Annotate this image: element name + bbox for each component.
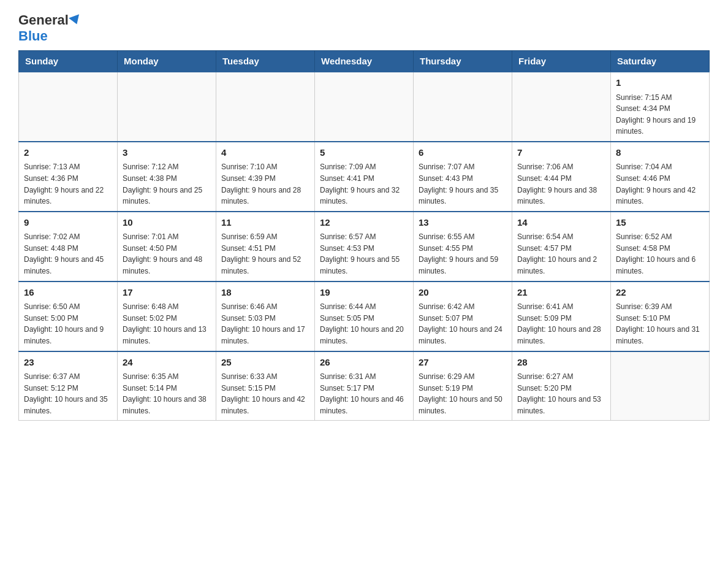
day-info: Sunrise: 7:06 AMSunset: 4:44 PMDaylight:…	[517, 161, 605, 207]
day-info: Sunrise: 6:50 AMSunset: 5:00 PMDaylight:…	[24, 301, 112, 347]
day-number: 16	[24, 286, 112, 300]
calendar-header-sunday: Sunday	[19, 51, 118, 72]
day-number: 18	[221, 286, 309, 300]
day-number: 13	[419, 216, 507, 230]
day-info: Sunrise: 6:41 AMSunset: 5:09 PMDaylight:…	[517, 301, 605, 347]
logo: General Blue	[18, 12, 81, 44]
calendar-header-thursday: Thursday	[414, 51, 512, 72]
day-number: 25	[221, 356, 309, 370]
day-info: Sunrise: 7:07 AMSunset: 4:43 PMDaylight:…	[419, 161, 507, 207]
calendar-cell	[611, 351, 710, 421]
day-info: Sunrise: 6:57 AMSunset: 4:53 PMDaylight:…	[320, 231, 408, 277]
logo-blue-text: Blue	[18, 28, 48, 44]
calendar-header-monday: Monday	[118, 51, 216, 72]
calendar-cell: 12Sunrise: 6:57 AMSunset: 4:53 PMDayligh…	[315, 212, 414, 282]
calendar-week-row: 2Sunrise: 7:13 AMSunset: 4:36 PMDaylight…	[19, 142, 710, 212]
day-info: Sunrise: 6:44 AMSunset: 5:05 PMDaylight:…	[320, 301, 408, 347]
day-number: 5	[320, 146, 408, 160]
calendar-cell: 15Sunrise: 6:52 AMSunset: 4:58 PMDayligh…	[611, 212, 710, 282]
day-number: 17	[123, 286, 211, 300]
calendar-cell: 21Sunrise: 6:41 AMSunset: 5:09 PMDayligh…	[512, 282, 611, 351]
calendar-cell: 5Sunrise: 7:09 AMSunset: 4:41 PMDaylight…	[315, 142, 414, 212]
calendar-cell: 2Sunrise: 7:13 AMSunset: 4:36 PMDaylight…	[19, 142, 118, 212]
calendar-cell	[216, 72, 315, 142]
day-info: Sunrise: 6:59 AMSunset: 4:51 PMDaylight:…	[221, 231, 309, 277]
day-number: 27	[419, 356, 507, 370]
calendar-cell: 4Sunrise: 7:10 AMSunset: 4:39 PMDaylight…	[216, 142, 315, 212]
day-number: 2	[24, 146, 112, 160]
day-info: Sunrise: 6:31 AMSunset: 5:17 PMDaylight:…	[320, 371, 408, 416]
day-info: Sunrise: 7:13 AMSunset: 4:36 PMDaylight:…	[24, 161, 112, 207]
calendar-cell	[512, 72, 611, 142]
calendar-cell: 10Sunrise: 7:01 AMSunset: 4:50 PMDayligh…	[118, 212, 216, 282]
calendar-cell: 6Sunrise: 7:07 AMSunset: 4:43 PMDaylight…	[414, 142, 512, 212]
day-info: Sunrise: 6:42 AMSunset: 5:07 PMDaylight:…	[419, 301, 507, 347]
calendar-cell	[19, 72, 118, 142]
day-number: 26	[320, 356, 408, 370]
calendar-cell	[414, 72, 512, 142]
calendar-cell: 27Sunrise: 6:29 AMSunset: 5:19 PMDayligh…	[414, 351, 512, 421]
day-number: 28	[517, 356, 605, 370]
day-number: 24	[123, 356, 211, 370]
day-info: Sunrise: 6:46 AMSunset: 5:03 PMDaylight:…	[221, 301, 309, 347]
day-number: 12	[320, 216, 408, 230]
day-info: Sunrise: 6:37 AMSunset: 5:12 PMDaylight:…	[24, 371, 112, 416]
day-number: 6	[419, 146, 507, 160]
day-number: 3	[123, 146, 211, 160]
day-number: 20	[419, 286, 507, 300]
calendar-cell: 20Sunrise: 6:42 AMSunset: 5:07 PMDayligh…	[414, 282, 512, 351]
day-info: Sunrise: 6:55 AMSunset: 4:55 PMDaylight:…	[419, 231, 507, 277]
logo-triangle-icon	[69, 14, 82, 26]
day-number: 23	[24, 356, 112, 370]
day-info: Sunrise: 7:01 AMSunset: 4:50 PMDaylight:…	[123, 231, 211, 277]
calendar-cell: 1Sunrise: 7:15 AMSunset: 4:34 PMDaylight…	[611, 72, 710, 142]
calendar-cell: 14Sunrise: 6:54 AMSunset: 4:57 PMDayligh…	[512, 212, 611, 282]
day-info: Sunrise: 6:48 AMSunset: 5:02 PMDaylight:…	[123, 301, 211, 347]
day-info: Sunrise: 7:12 AMSunset: 4:38 PMDaylight:…	[123, 161, 211, 207]
calendar-cell: 8Sunrise: 7:04 AMSunset: 4:46 PMDaylight…	[611, 142, 710, 212]
calendar-cell: 25Sunrise: 6:33 AMSunset: 5:15 PMDayligh…	[216, 351, 315, 421]
calendar-week-row: 1Sunrise: 7:15 AMSunset: 4:34 PMDaylight…	[19, 72, 710, 142]
calendar-cell: 22Sunrise: 6:39 AMSunset: 5:10 PMDayligh…	[611, 282, 710, 351]
calendar-cell: 17Sunrise: 6:48 AMSunset: 5:02 PMDayligh…	[118, 282, 216, 351]
calendar-cell: 9Sunrise: 7:02 AMSunset: 4:48 PMDaylight…	[19, 212, 118, 282]
day-number: 4	[221, 146, 309, 160]
day-number: 15	[616, 216, 704, 230]
day-number: 21	[517, 286, 605, 300]
day-info: Sunrise: 6:29 AMSunset: 5:19 PMDaylight:…	[419, 371, 507, 416]
calendar-cell: 23Sunrise: 6:37 AMSunset: 5:12 PMDayligh…	[19, 351, 118, 421]
day-info: Sunrise: 7:09 AMSunset: 4:41 PMDaylight:…	[320, 161, 408, 207]
day-info: Sunrise: 7:04 AMSunset: 4:46 PMDaylight:…	[616, 161, 704, 207]
day-info: Sunrise: 7:10 AMSunset: 4:39 PMDaylight:…	[221, 161, 309, 207]
calendar-header-saturday: Saturday	[611, 51, 710, 72]
day-info: Sunrise: 6:35 AMSunset: 5:14 PMDaylight:…	[123, 371, 211, 416]
calendar-cell: 24Sunrise: 6:35 AMSunset: 5:14 PMDayligh…	[118, 351, 216, 421]
day-info: Sunrise: 6:52 AMSunset: 4:58 PMDaylight:…	[616, 231, 704, 277]
calendar-cell: 13Sunrise: 6:55 AMSunset: 4:55 PMDayligh…	[414, 212, 512, 282]
calendar-table: SundayMondayTuesdayWednesdayThursdayFrid…	[18, 50, 710, 421]
day-info: Sunrise: 7:02 AMSunset: 4:48 PMDaylight:…	[24, 231, 112, 277]
day-info: Sunrise: 6:54 AMSunset: 4:57 PMDaylight:…	[517, 231, 605, 277]
calendar-header-wednesday: Wednesday	[315, 51, 414, 72]
day-number: 14	[517, 216, 605, 230]
day-number: 8	[616, 146, 704, 160]
calendar-cell: 7Sunrise: 7:06 AMSunset: 4:44 PMDaylight…	[512, 142, 611, 212]
day-number: 9	[24, 216, 112, 230]
day-info: Sunrise: 6:27 AMSunset: 5:20 PMDaylight:…	[517, 371, 605, 416]
calendar-cell: 26Sunrise: 6:31 AMSunset: 5:17 PMDayligh…	[315, 351, 414, 421]
day-info: Sunrise: 7:15 AMSunset: 4:34 PMDaylight:…	[616, 92, 704, 137]
calendar-week-row: 23Sunrise: 6:37 AMSunset: 5:12 PMDayligh…	[19, 351, 710, 421]
calendar-week-row: 9Sunrise: 7:02 AMSunset: 4:48 PMDaylight…	[19, 212, 710, 282]
day-number: 7	[517, 146, 605, 160]
calendar-cell	[315, 72, 414, 142]
calendar-week-row: 16Sunrise: 6:50 AMSunset: 5:00 PMDayligh…	[19, 282, 710, 351]
day-info: Sunrise: 6:39 AMSunset: 5:10 PMDaylight:…	[616, 301, 704, 347]
calendar-header-tuesday: Tuesday	[216, 51, 315, 72]
calendar-cell: 19Sunrise: 6:44 AMSunset: 5:05 PMDayligh…	[315, 282, 414, 351]
day-number: 10	[123, 216, 211, 230]
calendar-cell: 16Sunrise: 6:50 AMSunset: 5:00 PMDayligh…	[19, 282, 118, 351]
calendar-cell: 11Sunrise: 6:59 AMSunset: 4:51 PMDayligh…	[216, 212, 315, 282]
day-number: 1	[616, 76, 704, 90]
day-number: 11	[221, 216, 309, 230]
day-number: 22	[616, 286, 704, 300]
